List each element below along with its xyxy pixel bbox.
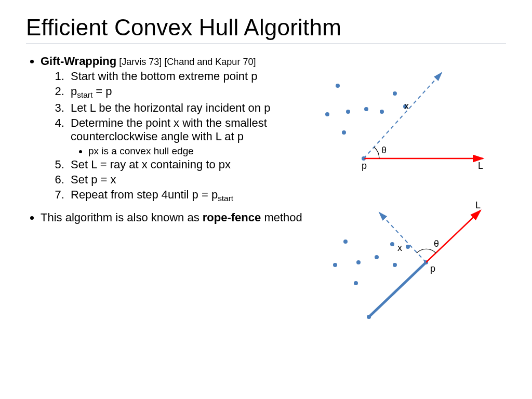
diagram-bottom: p L x θ <box>317 195 504 330</box>
svg-point-13 <box>356 260 361 264</box>
svg-point-5 <box>342 130 346 135</box>
slide-title: Efficient Convex Hull Algorithm <box>26 15 506 41</box>
step-4-sub: px is a convex hull edge <box>71 145 312 157</box>
d2-label-p: p <box>430 263 435 274</box>
svg-point-6 <box>393 91 397 96</box>
giftwrap-heading: Gift-Wrapping <box>41 55 116 68</box>
svg-point-14 <box>375 255 379 259</box>
right-column: p L x θ <box>312 55 506 231</box>
svg-line-19 <box>369 262 426 317</box>
svg-point-1 <box>325 112 329 116</box>
svg-point-21 <box>406 245 410 249</box>
d1-label-x: x <box>404 101 409 111</box>
svg-point-4 <box>380 110 384 114</box>
svg-point-16 <box>354 281 358 285</box>
step-4: Determine the point x with the smallest … <box>68 116 312 157</box>
bullet-giftwrap: Gift-Wrapping [Jarvis 73] [Chand and Kap… <box>41 55 312 204</box>
step-6: Set p = x <box>68 173 312 187</box>
d2-label-x: x <box>397 243 402 253</box>
svg-point-12 <box>333 263 337 267</box>
d1-label-p: p <box>362 161 367 171</box>
svg-line-23 <box>379 212 426 262</box>
step-2: pstart = p <box>68 85 312 100</box>
d1-label-theta: θ <box>381 145 387 155</box>
svg-line-10 <box>364 73 442 158</box>
svg-point-15 <box>393 263 397 267</box>
d1-label-L: L <box>478 161 483 171</box>
giftwrap-refs: [Jarvis 73] [Chand and Kapur 70] <box>116 57 256 67</box>
slide: Efficient Convex Hull Algorithm Gift-Wra… <box>0 0 532 399</box>
d2-label-theta: θ <box>434 238 439 249</box>
step-5: Set L = ray at x containing to px <box>68 158 312 172</box>
svg-line-22 <box>426 210 481 262</box>
content-row: Gift-Wrapping [Jarvis 73] [Chand and Kap… <box>26 55 506 231</box>
bullet-list: Gift-Wrapping [Jarvis 73] [Chand and Kap… <box>26 55 312 225</box>
bullet-ropefence: This algorithm is also known as rope-fen… <box>41 211 312 225</box>
svg-point-17 <box>390 242 394 246</box>
step-4-sub-item: px is a convex hull edge <box>88 145 312 157</box>
step-3: Let L be the horizontal ray incident on … <box>68 101 312 115</box>
svg-point-3 <box>364 107 368 111</box>
left-column: Gift-Wrapping [Jarvis 73] [Chand and Kap… <box>26 55 312 231</box>
d2-label-L: L <box>475 200 481 210</box>
step-7: Repeat from step 4until p = pstart <box>68 188 312 204</box>
step-1: Start with the bottom extreme point p <box>68 70 312 84</box>
svg-point-11 <box>343 240 348 244</box>
steps-list: Start with the bottom extreme point p ps… <box>41 70 312 204</box>
svg-point-0 <box>336 84 340 88</box>
svg-point-2 <box>346 110 350 114</box>
diagram-top: p L x θ <box>317 60 504 179</box>
title-rule <box>26 44 506 44</box>
